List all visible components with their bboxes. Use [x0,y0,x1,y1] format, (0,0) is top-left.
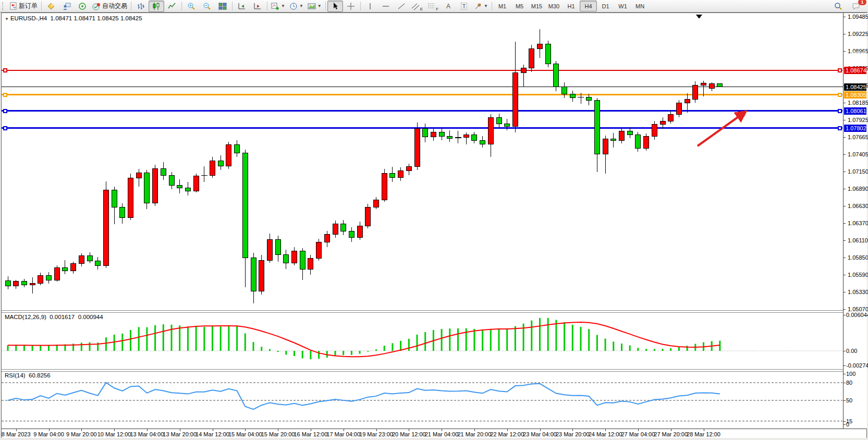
tab-h4[interactable]: H4 [580,1,597,11]
candle-body [717,84,723,87]
price-tick-label: 1.05850 [848,254,868,261]
fibonacci-tool-button[interactable]: F [425,1,441,12]
zoom-out-button[interactable] [199,1,215,12]
hline-handle[interactable] [838,127,841,130]
tab-d1[interactable]: D1 [597,1,614,11]
line-chart-mode-button[interactable] [164,1,180,12]
rsi-tick-mark [843,400,846,401]
hline-handle[interactable] [4,52,7,55]
rsi-tick-mark [843,421,846,422]
panel-splitter[interactable] [2,369,866,372]
macd-signal-value: 0.000944 [78,314,103,320]
chart-title: ▼EURUSD-,H4 1.08471 1.08471 1.08425 1.08… [5,15,142,21]
zoom-in-button[interactable] [184,1,199,12]
candle-body [562,87,567,94]
candle-body [570,94,575,98]
tab-mn[interactable]: MN [631,1,649,11]
candle-body [71,263,76,271]
price-tick-mark [843,258,846,258]
auto-trading-button[interactable]: 自动交易 [90,1,129,12]
hline-handle[interactable] [4,109,7,113]
search-button[interactable] [830,1,846,12]
arrow-objects-icon [474,2,482,10]
chevron-down-icon: ▼ [317,4,322,8]
candle-body [496,118,502,124]
vertical-line-tool-button[interactable] [362,1,378,12]
price-tick-label: 1.05330 [848,289,868,295]
hline-handle[interactable] [4,69,7,72]
price-tick-mark [843,223,846,224]
signals-button[interactable] [75,1,90,12]
auto-trading-icon [92,2,101,10]
macd-panel[interactable] [2,313,843,369]
template-icon [308,2,316,10]
text-label-tool-button[interactable]: T [456,1,472,12]
horizontal-line-tool-button[interactable] [378,1,394,12]
fibo-sub-label: F [436,7,438,11]
chart-shift-marker[interactable] [696,15,702,19]
templates-menu-button[interactable]: ▼ [305,1,324,12]
crosshair-icon [347,2,355,10]
text-tool-button[interactable]: A [441,1,456,12]
price-tick-label: 1.08185 [848,100,868,106]
hline-handle[interactable] [4,127,7,130]
hline-handle[interactable] [4,93,7,96]
candle-body [21,282,27,285]
channel-tool-button[interactable]: E [409,1,425,12]
zoom-in-icon [187,2,195,10]
candle-body [406,167,411,171]
candlestick-mode-button[interactable] [149,1,164,12]
candle-body [128,178,133,217]
separator [492,2,492,10]
candle-body [284,255,289,263]
candle-body [390,174,395,178]
periods-menu-button[interactable]: ▼ [287,1,305,12]
accounts-button[interactable] [59,1,75,12]
panel-splitter[interactable] [2,310,866,313]
notifications-button[interactable]: 1 [848,1,864,12]
tab-m30[interactable]: M30 [545,1,563,11]
hline-handle[interactable] [838,69,841,72]
symbol-dropdown-icon[interactable]: ▼ [5,17,9,21]
time-axis[interactable]: 8 Mar 20239 Mar 04:009 Mar 20:0010 Mar 1… [2,429,866,438]
rsi-panel[interactable] [2,371,843,429]
horizontal-line-icon [382,2,390,10]
rsi-axis-label: 0 [846,421,849,427]
auto-scroll-button[interactable] [234,1,250,12]
new-order-button[interactable]: 新订单 [7,1,40,12]
price-tick-label: 1.09225 [848,31,868,37]
separator [267,2,267,10]
hline-handle[interactable] [838,109,841,113]
toolbar-grip [2,2,6,10]
price-tick-mark [843,240,846,241]
main-price-chart[interactable] [2,13,843,310]
tile-windows-button[interactable] [215,1,230,12]
macd-tick-mark [843,315,846,315]
hline-handle[interactable] [838,93,841,96]
candle-body [161,169,166,176]
chart-shift-button[interactable] [250,1,265,12]
trend-arrow-annotation[interactable] [698,112,745,146]
separator [131,2,131,10]
bar-chart-mode-button[interactable] [133,1,149,12]
cursor-tool-button[interactable] [327,1,343,12]
tab-m1[interactable]: M1 [494,1,511,11]
indicators-menu-button[interactable]: ▼ [269,1,287,12]
price-axis[interactable]: 1.094851.092251.089651.087051.084451.081… [843,13,867,429]
tab-m15[interactable]: M15 [528,1,545,11]
candle-body [95,261,101,265]
arrows-tool-button[interactable]: ▼ [472,1,490,12]
tab-h1[interactable]: H1 [563,1,580,11]
rsi-value: 60.8256 [29,372,51,378]
candle-body [431,132,436,137]
candle-body [316,242,322,259]
crosshair-tool-button[interactable] [343,1,359,12]
price-tick-mark [843,120,846,120]
tab-m5[interactable]: M5 [511,1,528,11]
new-order-label: 新订单 [19,2,38,10]
market-watch-button[interactable] [43,1,59,12]
hline-handle[interactable] [838,52,841,55]
tab-w1[interactable]: W1 [614,1,631,11]
trendline-tool-button[interactable] [394,1,409,12]
indicators-icon [271,2,279,10]
